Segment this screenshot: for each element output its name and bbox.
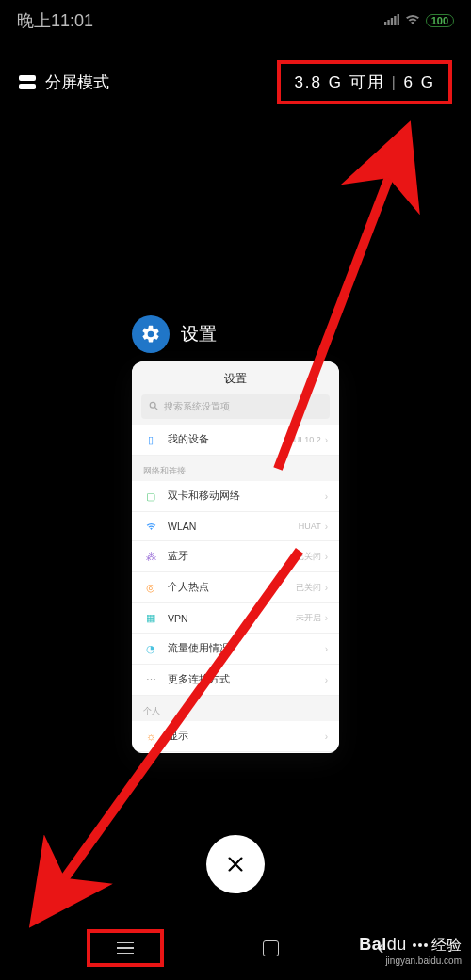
vpn-icon: ▦ — [143, 612, 158, 624]
chevron-right-icon: › — [325, 435, 328, 445]
chevron-right-icon: › — [325, 613, 328, 623]
chevron-right-icon: › — [325, 552, 328, 562]
search-placeholder: 搜索系统设置项 — [164, 400, 230, 413]
search-icon — [149, 401, 158, 412]
recent-app-card[interactable]: 设置 搜索系统设置项 ▯ 我的设备 MIUI 10.2 › 网络和连接 ▢ 双卡… — [132, 361, 339, 753]
home-icon — [263, 940, 279, 956]
svg-rect-3 — [394, 16, 396, 25]
row-wallpaper: ▣ 壁纸 › — [132, 752, 339, 753]
section-network-header: 网络和连接 — [132, 456, 339, 481]
recents-nav-button[interactable] — [117, 942, 134, 955]
clear-all-button[interactable] — [206, 835, 265, 893]
menu-icon — [117, 942, 134, 955]
card-list: ▯ 我的设备 MIUI 10.2 › — [132, 425, 339, 456]
annotation-menu-highlight — [87, 929, 164, 968]
recents-header: 分屏模式 3.8 G 可用 | 6 G — [0, 38, 471, 116]
wifi-icon — [405, 12, 420, 29]
row-sim: ▢ 双卡和移动网络 › — [132, 481, 339, 512]
display-icon: ☼ — [143, 731, 158, 742]
split-screen-icon — [19, 75, 36, 89]
status-bar: 晚上11:01 100 — [0, 0, 471, 38]
row-more-connections: ⋯ 更多连接方式 › — [132, 665, 339, 696]
memory-indicator: 3.8 G 可用 | 6 G — [277, 60, 452, 104]
close-icon — [225, 854, 246, 875]
row-bluetooth: ⁂ 蓝牙 已关闭 › — [132, 541, 339, 572]
phone-icon: ▯ — [143, 434, 158, 446]
memory-available: 3.8 G 可用 — [294, 73, 384, 91]
svg-rect-1 — [387, 20, 389, 25]
row-hotspot: ◎ 个人热点 已关闭 › — [132, 572, 339, 603]
chevron-right-icon: › — [325, 644, 328, 654]
sim-icon: ▢ — [143, 490, 158, 503]
split-screen-button[interactable]: 分屏模式 — [19, 72, 109, 93]
recent-app-label: 设置 — [181, 322, 217, 346]
card-search: 搜索系统设置项 — [141, 394, 330, 419]
svg-rect-0 — [384, 22, 386, 25]
watermark: Baidu 经验 jingyan.baidu.com — [359, 934, 462, 967]
recent-app-header: 设置 — [132, 315, 217, 353]
hotspot-icon: ◎ — [143, 582, 158, 594]
home-nav-button[interactable] — [263, 940, 279, 956]
svg-rect-2 — [390, 18, 392, 25]
row-wlan: WLAN HUAT › — [132, 512, 339, 541]
paw-icon — [412, 938, 429, 951]
more-icon: ⋯ — [143, 674, 158, 686]
svg-rect-4 — [397, 14, 398, 25]
chevron-right-icon: › — [325, 491, 328, 502]
chevron-right-icon: › — [325, 675, 328, 685]
row-display: ☼ 显示 › — [132, 721, 339, 752]
chevron-right-icon: › — [325, 731, 328, 742]
wifi-icon — [143, 522, 158, 532]
status-icons: 100 — [384, 12, 454, 29]
status-time: 晚上11:01 — [17, 9, 93, 32]
data-usage-icon: ◔ — [143, 643, 158, 655]
row-vpn: ▦ VPN 未开启 › — [132, 603, 339, 634]
svg-line-6 — [154, 407, 157, 410]
section-personal-header: 个人 — [132, 696, 339, 721]
battery-indicator: 100 — [426, 14, 454, 27]
memory-total: 6 G — [404, 73, 435, 91]
row-data-usage: ◔ 流量使用情况 › — [132, 634, 339, 665]
split-screen-label: 分屏模式 — [45, 72, 109, 93]
row-my-device: ▯ 我的设备 MIUI 10.2 › — [132, 425, 339, 456]
signal-icon — [384, 12, 399, 29]
watermark-url: jingyan.baidu.com — [359, 956, 462, 968]
chevron-right-icon: › — [325, 583, 328, 593]
card-title: 设置 — [132, 361, 339, 394]
bluetooth-icon: ⁂ — [143, 551, 158, 563]
settings-app-icon — [132, 315, 170, 353]
chevron-right-icon: › — [325, 522, 328, 532]
svg-point-5 — [150, 402, 155, 408]
